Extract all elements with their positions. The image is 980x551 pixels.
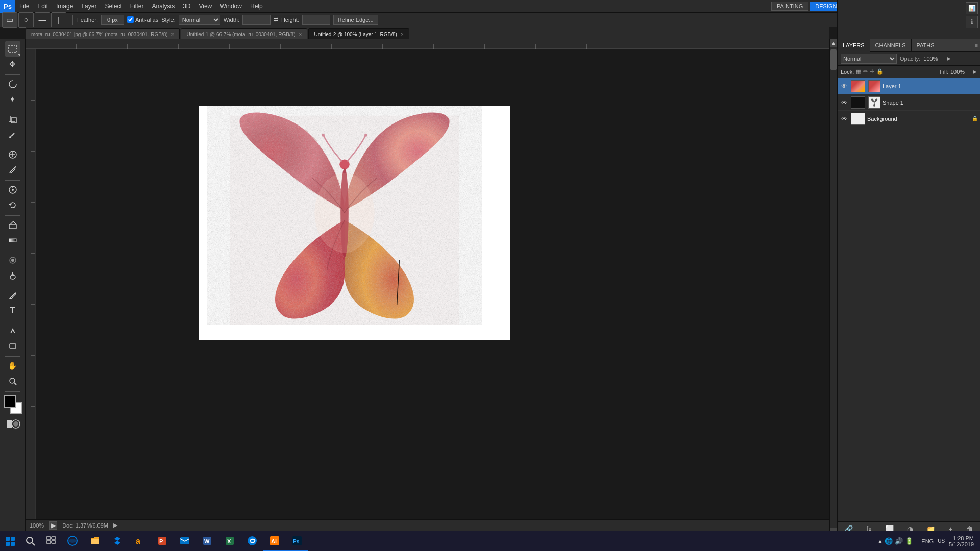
show-desktop-btn[interactable] (977, 531, 980, 552)
taskbar-ppt-btn[interactable]: P (151, 531, 174, 552)
marquee-row-btn[interactable]: — (35, 12, 50, 28)
taskbar-clock[interactable]: 1:28 PM 5/12/2019 (949, 535, 974, 547)
height-input[interactable] (302, 15, 330, 25)
taskbar-word-btn[interactable]: W (196, 531, 218, 552)
tray-network-icon[interactable]: 🌐 (885, 537, 893, 545)
lock-position-btn[interactable]: ✛ (870, 68, 874, 75)
history-tool[interactable] (5, 197, 20, 213)
layer-item-layer1[interactable]: 👁 Layer 1 (838, 78, 980, 94)
anti-alias-container: Anti-alias (127, 16, 158, 23)
taskbar-amazon-btn[interactable]: a (129, 531, 151, 552)
crop-tool[interactable] (5, 112, 20, 127)
lock-pixels-btn[interactable]: ✏ (863, 68, 868, 75)
gradient-tool[interactable] (5, 233, 20, 248)
layer-item-shape1[interactable]: 👁 Shape 1 (838, 94, 980, 111)
text-tool[interactable]: T (5, 303, 20, 318)
tray-volume-icon[interactable]: 🔊 (895, 537, 903, 545)
info-mini-btn[interactable]: ℹ (966, 16, 978, 28)
eraser-tool[interactable] (5, 217, 20, 233)
marquee-rect-btn[interactable]: ▭ (2, 12, 17, 28)
foreground-color-swatch[interactable] (4, 395, 16, 408)
taskbar-photoshop-btn[interactable]: Ps (286, 531, 308, 552)
taskbar-edge-btn[interactable] (241, 531, 263, 552)
tab-doc3[interactable]: Untitled-2 @ 100% (Layer 1, RGB/8) × (308, 28, 409, 39)
scroll-up-btn[interactable]: ▲ (830, 39, 837, 47)
channels-tab[interactable]: CHANNELS (870, 39, 912, 52)
width-input[interactable] (242, 15, 271, 25)
close-tab1[interactable]: × (172, 32, 175, 37)
swap-icon[interactable]: ⇄ (274, 16, 278, 23)
healing-tool[interactable] (5, 147, 20, 162)
svg-line-20 (14, 383, 16, 385)
hand-tool[interactable]: ✋ (5, 358, 20, 373)
taskbar-dropbox-btn[interactable] (106, 531, 129, 552)
lock-transparent-btn[interactable]: ▦ (856, 68, 861, 75)
feather-input[interactable] (101, 15, 124, 25)
menu-select[interactable]: Select (101, 0, 126, 13)
tray-up-arrow[interactable]: ▲ (877, 538, 883, 544)
shape-tool[interactable] (5, 338, 20, 354)
menu-layer[interactable]: Layer (77, 0, 101, 13)
quick-mask-btn[interactable] (6, 418, 20, 432)
marquee-tool[interactable] (5, 41, 20, 57)
menu-image[interactable]: Image (52, 0, 77, 13)
workspace-painting[interactable]: PAINTING (771, 2, 808, 11)
menu-view[interactable]: View (194, 0, 216, 13)
histogram-mini-btn[interactable]: 📊 (966, 2, 978, 14)
lasso-tools: ✦ (5, 77, 20, 107)
taskbar-explorer-btn[interactable] (84, 531, 106, 552)
tray-battery-icon[interactable]: 🔋 (905, 537, 913, 545)
lasso-tool[interactable] (5, 77, 20, 92)
progress-arrow[interactable]: ▶ (113, 522, 117, 529)
taskbar-outlook-btn[interactable] (174, 531, 196, 552)
brush-tool[interactable] (5, 162, 20, 178)
menu-help[interactable]: Help (246, 0, 267, 13)
opacity-increase[interactable]: ▶ (947, 56, 951, 61)
style-select[interactable]: Normal Fixed Ratio Fixed Size (179, 15, 220, 25)
background-visibility[interactable]: 👁 (840, 114, 849, 123)
eyedropper-tool[interactable] (5, 127, 20, 142)
scroll-thumb[interactable] (830, 49, 837, 70)
layers-tab[interactable]: LAYERS (838, 39, 870, 52)
marquee-ellipse-btn[interactable]: ○ (18, 12, 34, 28)
tab-doc2[interactable]: Untitled-1 @ 66.7% (mota_ru_0030401, RGB… (181, 28, 307, 39)
canvas-area[interactable] (26, 39, 837, 536)
path-selection-tool[interactable] (5, 323, 20, 338)
blend-mode-select[interactable]: Normal Multiply Screen Overlay (841, 54, 897, 64)
menu-file[interactable]: File (15, 0, 33, 13)
taskbar-ie-btn[interactable] (61, 531, 84, 552)
close-tab2[interactable]: × (299, 32, 302, 37)
zoom-btn[interactable]: ▶ (49, 521, 57, 530)
menu-window[interactable]: Window (216, 0, 246, 13)
menu-analysis[interactable]: Analysis (148, 0, 179, 13)
zoom-tool[interactable] (5, 373, 20, 389)
blur-tool[interactable] (5, 253, 20, 268)
panel-menu-btn[interactable]: ≡ (973, 42, 980, 48)
menu-edit[interactable]: Edit (33, 0, 52, 13)
move-tool[interactable]: ✥ (5, 57, 20, 72)
lock-all-btn[interactable]: 🔒 (876, 68, 884, 75)
refine-edge-btn[interactable]: Refine Edge... (333, 15, 378, 25)
taskbar-excel-btn[interactable]: X (218, 531, 241, 552)
canvas-scrollbar-vertical[interactable]: ▲ ▼ (829, 39, 837, 536)
marquee-col-btn[interactable]: | (51, 12, 66, 28)
clone-tool[interactable] (5, 182, 20, 197)
task-view-btn[interactable] (41, 531, 61, 552)
menu-filter[interactable]: Filter (126, 0, 148, 13)
layer-item-background[interactable]: 👁 Background 🔒 (838, 111, 980, 127)
color-swatches (4, 395, 22, 414)
close-tab3[interactable]: × (401, 32, 404, 37)
taskbar-search-btn[interactable] (20, 531, 41, 552)
start-button[interactable] (0, 531, 20, 552)
pen-tool[interactable] (5, 288, 20, 303)
fill-increase[interactable]: ▶ (973, 69, 977, 74)
shape1-visibility[interactable]: 👁 (840, 98, 849, 107)
menu-3d[interactable]: 3D (179, 0, 194, 13)
paths-tab[interactable]: PATHS (912, 39, 940, 52)
taskbar-illustrator-btn[interactable]: Ai (263, 531, 286, 552)
anti-alias-checkbox[interactable] (127, 16, 134, 23)
dodge-tool[interactable] (5, 268, 20, 283)
magic-wand-tool[interactable]: ✦ (5, 92, 20, 107)
layer1-visibility[interactable]: 👁 (840, 82, 849, 91)
tab-doc1[interactable]: mota_ru_0030401.jpg @ 66.7% (mota_ru_003… (26, 28, 180, 39)
